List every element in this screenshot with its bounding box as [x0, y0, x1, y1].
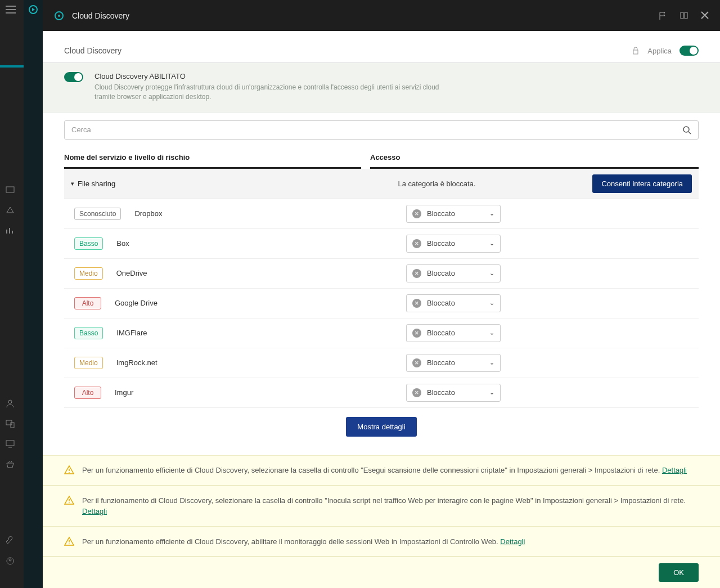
panel-title: Cloud Discovery	[64, 46, 122, 55]
warning-icon	[64, 536, 74, 547]
warning-text: Per il funzionamento di Cloud Discovery,…	[82, 495, 699, 517]
warning-icon	[64, 495, 74, 517]
monitor-icon[interactable]	[0, 434, 24, 454]
nav-item-icon[interactable]	[0, 180, 24, 200]
book-icon[interactable]	[680, 11, 688, 20]
chevron-down-icon: ⌄	[489, 210, 494, 217]
profile-icon[interactable]	[0, 551, 24, 571]
chevron-down-icon: ⌄	[489, 359, 494, 366]
flag-icon[interactable]	[658, 11, 667, 20]
svg-rect-4	[6, 441, 14, 446]
warning-row: Per un funzionamento efficiente di Cloud…	[43, 455, 720, 486]
access-value: Bloccato	[427, 209, 489, 218]
service-name: Box	[116, 239, 129, 248]
devices-icon[interactable]	[0, 414, 24, 434]
warning-text: Per un funzionamento efficiente di Cloud…	[82, 536, 525, 547]
service-row: AltoGoogle DriveBloccato⌄	[64, 289, 699, 318]
ok-button[interactable]: OK	[659, 563, 699, 582]
svg-point-14	[69, 543, 70, 544]
risk-pill: Alto	[74, 297, 101, 309]
secondary-rail	[24, 0, 43, 588]
access-dropdown[interactable]: Bloccato⌄	[406, 205, 501, 223]
svg-rect-0	[6, 187, 14, 192]
search-box[interactable]	[64, 120, 699, 140]
service-row: SconosciutoDropboxBloccato⌄	[64, 199, 699, 229]
svg-point-6	[9, 559, 11, 561]
access-dropdown[interactable]: Bloccato⌄	[406, 264, 501, 282]
category-row[interactable]: ▾ File sharing La categoria è bloccata. …	[64, 169, 699, 199]
service-row: MedioImgRock.netBloccato⌄	[64, 348, 699, 378]
enable-description: Cloud Discovery protegge l'infrastruttur…	[94, 83, 454, 102]
apply-toggle[interactable]	[680, 46, 699, 56]
svg-rect-10	[633, 50, 638, 54]
nav-item-icon[interactable]	[0, 200, 24, 221]
chevron-down-icon: ⌄	[489, 270, 494, 277]
user-icon[interactable]	[0, 393, 24, 414]
app-nav-rail	[0, 0, 24, 588]
service-name: OneDrive	[116, 269, 147, 277]
warning-row: Per il funzionamento di Cloud Discovery,…	[43, 486, 720, 527]
search-input[interactable]	[71, 125, 682, 134]
panel-header: Cloud Discovery Applica	[43, 31, 720, 63]
category-name: File sharing	[78, 179, 115, 188]
category-status: La categoria è bloccata.	[398, 179, 583, 188]
access-value: Bloccato	[427, 239, 489, 248]
close-icon[interactable]	[701, 11, 709, 20]
enable-toggle[interactable]	[64, 72, 83, 82]
svg-point-11	[683, 127, 689, 132]
lock-icon	[632, 47, 640, 55]
blocked-icon	[412, 209, 421, 218]
risk-pill: Medio	[74, 357, 103, 369]
service-name: ImgRock.net	[116, 358, 158, 367]
chevron-down-icon: ▾	[71, 180, 74, 187]
blocked-icon	[412, 299, 421, 308]
access-value: Bloccato	[427, 299, 489, 307]
module-icon[interactable]	[24, 0, 43, 19]
access-value: Bloccato	[427, 358, 489, 367]
service-row: AltoImgurBloccato⌄	[64, 378, 699, 408]
cloud-discovery-icon	[54, 11, 64, 21]
blocked-icon	[412, 269, 421, 278]
risk-pill: Sconosciuto	[74, 208, 121, 220]
search-icon[interactable]	[682, 125, 691, 134]
risk-pill: Basso	[74, 237, 103, 250]
blocked-icon	[412, 358, 421, 367]
column-header-service: Nome del servizio e livello di rischio	[64, 153, 361, 169]
chevron-down-icon: ⌄	[489, 389, 494, 396]
access-value: Bloccato	[427, 269, 489, 277]
access-dropdown[interactable]: Bloccato⌄	[406, 354, 501, 372]
enable-banner: Cloud Discovery ABILITATO Cloud Discover…	[43, 63, 720, 113]
hamburger-icon[interactable]	[0, 0, 24, 19]
svg-point-12	[69, 472, 70, 473]
allow-category-button[interactable]: Consenti intera categoria	[592, 174, 692, 193]
access-dropdown[interactable]: Bloccato⌄	[406, 384, 501, 402]
chevron-down-icon: ⌄	[489, 299, 494, 307]
risk-pill: Alto	[74, 387, 101, 399]
access-dropdown[interactable]: Bloccato⌄	[406, 324, 501, 342]
service-name: Google Drive	[115, 299, 158, 307]
blocked-icon	[412, 388, 421, 397]
chevron-down-icon: ⌄	[489, 240, 494, 247]
warning-text: Per un funzionamento efficiente di Cloud…	[82, 465, 687, 476]
basket-icon[interactable]	[0, 454, 24, 474]
wrench-icon[interactable]	[0, 531, 24, 551]
access-value: Bloccato	[427, 388, 489, 397]
warning-details-link[interactable]: Dettagli	[82, 507, 107, 515]
svg-point-9	[58, 15, 60, 17]
service-row: BassoBoxBloccato⌄	[64, 229, 699, 259]
blocked-icon	[412, 329, 421, 338]
warning-details-link[interactable]: Dettagli	[500, 537, 525, 546]
warning-details-link[interactable]: Dettagli	[662, 466, 687, 474]
enable-title: Cloud Discovery ABILITATO	[94, 72, 454, 80]
access-dropdown[interactable]: Bloccato⌄	[406, 294, 501, 312]
service-name: Imgur	[115, 388, 133, 397]
show-details-button[interactable]: Mostra dettagli	[346, 417, 416, 437]
nav-item-icon[interactable]	[0, 221, 24, 241]
footer-bar: OK	[43, 556, 720, 588]
access-value: Bloccato	[427, 329, 489, 337]
blocked-icon	[412, 239, 421, 248]
modal-container: Cloud Discovery Cloud Discovery Applica …	[43, 0, 720, 588]
modal-title: Cloud Discovery	[72, 11, 129, 20]
access-dropdown[interactable]: Bloccato⌄	[406, 235, 501, 253]
risk-pill: Basso	[74, 327, 103, 339]
